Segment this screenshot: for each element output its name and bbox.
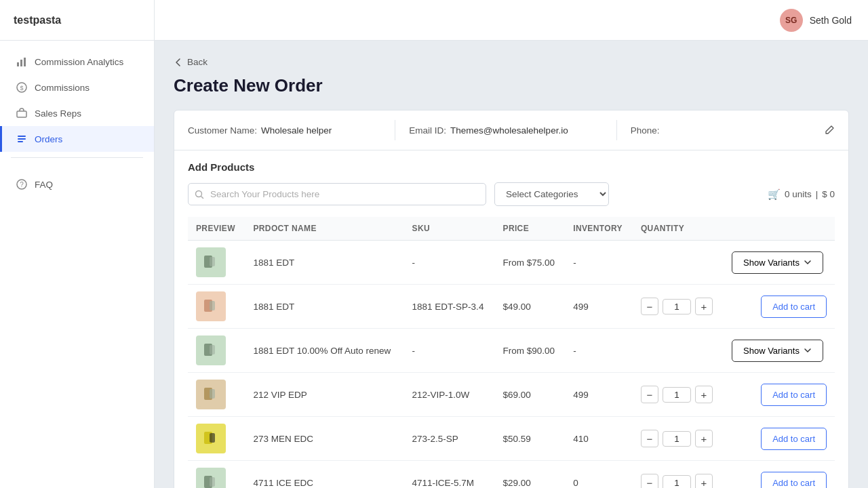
product-action-cell: Add to cart <box>724 285 835 329</box>
back-button[interactable]: Back <box>174 57 849 67</box>
search-input[interactable] <box>188 183 486 205</box>
product-preview-cell <box>188 241 245 285</box>
chevron-down-icon <box>804 258 812 266</box>
product-name-cell: 4711 ICE EDC <box>245 461 403 489</box>
sidebar-item-label: Sales Reps <box>35 108 81 119</box>
category-select[interactable]: Select Categories <box>494 182 609 206</box>
table-row: 1881 EDT1881 EDT-SP-3.4$49.00499 − + Add… <box>188 285 835 329</box>
product-thumbnail <box>196 380 226 409</box>
page-title: Create New Order <box>174 75 849 96</box>
qty-control: − + <box>641 386 715 403</box>
sidebar-item-orders[interactable]: Orders <box>0 126 154 152</box>
product-preview-cell <box>188 285 245 329</box>
product-inventory-cell: 499 <box>565 373 633 417</box>
table-row: 273 MEN EDC273-2.5-SP$50.59410 − + Add t… <box>188 417 835 461</box>
show-variants-button[interactable]: Show Variants <box>732 340 823 362</box>
table-row: 1881 EDT-From $75.00-Show Variants <box>188 241 835 285</box>
product-name-cell: 212 VIP EDP <box>245 373 403 417</box>
product-sku-cell: - <box>404 329 495 373</box>
product-preview-cell <box>188 461 245 489</box>
product-thumbnail <box>196 336 226 365</box>
sidebar-item-commissions[interactable]: $ Commissions <box>0 75 154 100</box>
qty-input[interactable] <box>663 387 691 403</box>
sidebar-item-label: FAQ <box>35 180 53 190</box>
dollar-icon: $ <box>16 81 28 94</box>
product-sku-cell: 212-VIP-1.0W <box>404 373 495 417</box>
chevron-down-icon <box>804 346 812 354</box>
add-to-cart-button[interactable]: Add to cart <box>761 384 827 406</box>
product-name-cell: 273 MEN EDC <box>245 417 403 461</box>
col-action <box>724 217 835 241</box>
products-toolbar: Select Categories 🛒 0 units | $ 0 <box>188 182 835 206</box>
add-to-cart-button[interactable]: Add to cart <box>761 428 827 450</box>
cart-summary: 🛒 0 units | $ 0 <box>768 188 835 201</box>
cart-sep: | <box>816 189 818 199</box>
product-thumbnail <box>196 291 226 321</box>
edit-customer-button[interactable] <box>824 125 835 136</box>
svg-text:$: $ <box>20 85 23 92</box>
product-price-cell: $29.00 <box>495 461 566 489</box>
sidebar-item-sales-reps[interactable]: Sales Reps <box>0 100 154 126</box>
qty-input[interactable] <box>663 299 691 314</box>
qty-increase-button[interactable]: + <box>695 474 713 488</box>
qty-control: − + <box>641 298 715 315</box>
customer-email-label: Email ID: <box>409 125 446 136</box>
app-name: testpasta <box>14 14 61 26</box>
app-logo: testpasta <box>0 0 154 41</box>
main-content: SG Seth Gold Back Create New Order Custo… <box>155 0 868 488</box>
col-name: PRDOCT NAME <box>245 217 403 241</box>
chart-icon <box>16 56 28 68</box>
product-quantity-cell: − + <box>633 417 724 461</box>
table-header: PREVIEW PRDOCT NAME SKU PRICE INVENTORY … <box>188 217 835 241</box>
product-price-cell: $49.00 <box>495 285 566 329</box>
products-table: PREVIEW PRDOCT NAME SKU PRICE INVENTORY … <box>188 217 835 488</box>
topbar: SG Seth Gold <box>155 0 868 41</box>
qty-input[interactable] <box>663 431 691 447</box>
qty-input[interactable] <box>663 475 691 489</box>
sidebar-faq-section: ? FAQ <box>0 163 154 205</box>
qty-decrease-button[interactable]: − <box>641 474 658 488</box>
product-preview-cell <box>188 329 245 373</box>
qty-decrease-button[interactable]: − <box>641 386 658 403</box>
order-card: Customer Name: Wholesale helper Email ID… <box>174 110 849 488</box>
qty-decrease-button[interactable]: − <box>641 298 658 315</box>
qty-control: − + <box>641 430 715 447</box>
qty-decrease-button[interactable]: − <box>641 430 658 447</box>
add-to-cart-button[interactable]: Add to cart <box>761 296 827 318</box>
product-quantity-cell: − + <box>633 373 724 417</box>
show-variants-button[interactable]: Show Variants <box>732 251 823 274</box>
sidebar: testpasta Commission Analytics $ Commiss… <box>0 0 155 488</box>
products-section: Add Products Select Categories <box>174 150 848 488</box>
add-to-cart-button[interactable]: Add to cart <box>761 472 827 489</box>
product-quantity-cell <box>633 241 724 285</box>
back-arrow-icon <box>174 58 183 67</box>
sidebar-divider <box>11 157 143 158</box>
cart-total: $ 0 <box>822 189 835 199</box>
qty-increase-button[interactable]: + <box>695 430 713 447</box>
table-row: 1881 EDT 10.00% Off Auto renew-From $90.… <box>188 329 835 373</box>
sidebar-nav: Commission Analytics $ Commissions Sales… <box>0 41 154 488</box>
sidebar-item-commission-analytics[interactable]: Commission Analytics <box>0 49 154 75</box>
product-thumbnail <box>196 468 226 488</box>
qty-increase-button[interactable]: + <box>695 386 713 403</box>
svg-rect-2 <box>24 58 26 66</box>
customer-bar: Customer Name: Wholesale helper Email ID… <box>174 110 848 150</box>
page-content: Back Create New Order Customer Name: Who… <box>155 41 868 488</box>
qty-increase-button[interactable]: + <box>695 298 713 315</box>
product-inventory-cell: 0 <box>565 461 633 489</box>
product-name-cell: 1881 EDT <box>245 285 403 329</box>
svg-rect-29 <box>210 477 215 487</box>
cart-units: 0 units <box>785 189 812 199</box>
section-title: Add Products <box>188 161 835 173</box>
product-price-cell: From $90.00 <box>495 329 566 373</box>
product-price-cell: From $75.00 <box>495 241 566 285</box>
field-separator <box>616 120 617 140</box>
briefcase-icon <box>16 107 28 119</box>
sidebar-item-label: Commission Analytics <box>35 57 123 67</box>
customer-phone-label: Phone: <box>631 125 660 136</box>
table-row: 212 VIP EDP212-VIP-1.0W$69.00499 − + Add… <box>188 373 835 417</box>
product-preview-cell <box>188 373 245 417</box>
svg-rect-7 <box>18 138 26 140</box>
table-body: 1881 EDT-From $75.00-Show Variants 1881 … <box>188 241 835 489</box>
sidebar-item-faq[interactable]: ? FAQ <box>0 171 154 197</box>
